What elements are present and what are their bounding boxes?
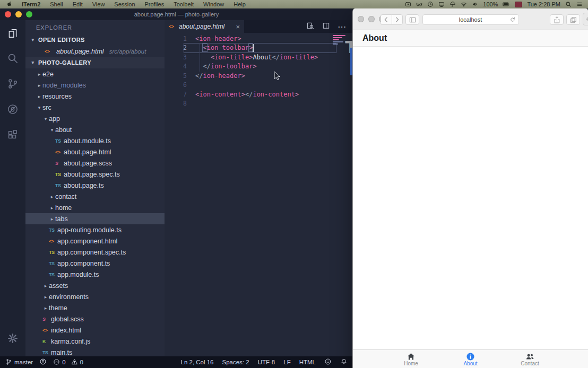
address-bar[interactable]: localhost <box>422 14 519 25</box>
forward-button[interactable] <box>392 14 403 25</box>
menu-item-edit[interactable]: Edit <box>68 1 88 7</box>
volume-icon[interactable] <box>472 1 478 7</box>
battery-icon[interactable] <box>503 1 510 8</box>
tree-item-app-module-ts[interactable]: TSapp.module.ts <box>25 269 165 280</box>
problems-indicator[interactable]: 0 0 <box>53 358 83 366</box>
code-line-5[interactable]: 5 </ion-header> <box>165 71 353 81</box>
umbrella-icon[interactable] <box>449 1 456 7</box>
screen-record-icon[interactable] <box>405 1 411 7</box>
feedback-smiley-icon[interactable] <box>324 358 332 366</box>
activity-explorer-icon[interactable] <box>0 20 25 46</box>
ionic-tab-home[interactable]: Home <box>396 350 426 368</box>
sync-button[interactable] <box>39 358 47 366</box>
tree-item-environments[interactable]: ▸environments <box>25 291 165 302</box>
menu-clock[interactable]: Tue 2:28 PM <box>527 1 560 7</box>
activity-search-icon[interactable] <box>0 46 25 71</box>
share-button[interactable] <box>550 14 564 25</box>
tab-about-page-html[interactable]: <> about.page.html × <box>165 20 244 33</box>
tree-item-app-routing-module-ts[interactable]: TSapp-routing.module.ts <box>25 224 165 235</box>
activity-debug-icon[interactable] <box>0 97 25 122</box>
more-actions-icon[interactable]: ··· <box>338 23 347 31</box>
git-branch-indicator[interactable]: master <box>5 358 33 366</box>
wifi-icon[interactable] <box>461 1 467 7</box>
close-tab-icon[interactable]: × <box>236 23 240 31</box>
tree-item-tabs[interactable]: ▸tabs <box>25 213 165 224</box>
tree-item-theme[interactable]: ▸theme <box>25 302 165 313</box>
indentation-setting[interactable]: Spaces: 2 <box>222 359 249 365</box>
minimize-button[interactable] <box>15 11 22 17</box>
cursor-position[interactable]: Ln 2, Col 16 <box>181 359 214 365</box>
tree-item-about-module-ts[interactable]: TSabout.module.ts <box>25 135 165 146</box>
notification-center-icon[interactable] <box>576 1 583 7</box>
glasses-icon[interactable] <box>416 1 422 7</box>
code-line-2[interactable]: 2 <ion-toolbar> <box>165 43 353 53</box>
tree-item-global-scss[interactable]: Sglobal.scss <box>25 313 165 325</box>
apple-icon[interactable] <box>3 1 17 7</box>
close-button[interactable] <box>5 11 11 17</box>
menu-item-window[interactable]: Window <box>198 1 229 7</box>
tree-item-about-page-spec-ts[interactable]: TSabout.page.spec.ts <box>25 169 165 180</box>
tree-item-karma-conf-js[interactable]: Kkarma.conf.js <box>25 336 165 347</box>
code-line-4[interactable]: 4 </ion-toolbar> <box>165 62 353 72</box>
code-line-3[interactable]: 3 <ion-title>About</ion-title> <box>165 52 353 62</box>
tree-item-contact[interactable]: ▸contact <box>25 191 165 202</box>
tree-item-src[interactable]: ▾src <box>25 102 165 113</box>
encoding-setting[interactable]: UTF-8 <box>258 359 275 365</box>
tree-item-about-page-scss[interactable]: Sabout.page.scss <box>25 157 165 169</box>
clock-icon[interactable] <box>427 1 434 7</box>
tree-item-app[interactable]: ▾app <box>25 113 165 124</box>
tree-item-about[interactable]: ▾about <box>25 124 165 135</box>
activity-extensions-icon[interactable] <box>0 122 25 147</box>
tree-item-about-page-ts[interactable]: TSabout.page.ts <box>25 180 165 191</box>
split-editor-icon[interactable] <box>322 22 330 32</box>
tree-item-app-component-html[interactable]: <>app.component.html <box>25 235 165 247</box>
zoom-button[interactable] <box>26 11 32 17</box>
vscode-titlebar[interactable]: about.page.html — photo-gallery <box>0 8 353 20</box>
tree-item-assets[interactable]: ▸assets <box>25 280 165 291</box>
tree-item-home[interactable]: ▸home <box>25 202 165 213</box>
minimize-button[interactable] <box>368 16 375 22</box>
open-editor-about-page-html[interactable]: <> about.page.htmlsrc/app/about <box>25 46 165 57</box>
reload-icon[interactable] <box>509 16 516 23</box>
close-button[interactable] <box>358 16 364 22</box>
tab-label: Contact <box>521 361 539 366</box>
eol-setting[interactable]: LF <box>283 359 290 365</box>
notifications-bell-icon[interactable] <box>340 358 348 366</box>
menu-item-help[interactable]: Help <box>229 1 250 7</box>
code-line-1[interactable]: 1 <ion-header> <box>165 34 353 43</box>
code-line-6[interactable]: 6 <box>165 81 353 90</box>
menu-item-profiles[interactable]: Profiles <box>140 1 169 7</box>
tree-item-resources[interactable]: ▸resources <box>25 91 165 102</box>
language-mode[interactable]: HTML <box>299 359 316 365</box>
menu-item-iterm2[interactable]: iTerm2 <box>17 1 45 7</box>
spotlight-search-icon[interactable] <box>565 1 572 7</box>
menu-item-session[interactable]: Session <box>109 1 140 7</box>
tree-item-app-component-ts[interactable]: TSapp.component.ts <box>25 258 165 269</box>
tree-item-e2e[interactable]: ▸e2e <box>25 68 165 80</box>
tree-item-main-ts[interactable]: TSmain.ts <box>25 347 165 356</box>
new-tab-button[interactable] <box>583 13 588 25</box>
project-section-header[interactable]: ▾ PHOTO-GALLERY <box>25 57 165 68</box>
sync-icon <box>39 358 47 366</box>
menu-item-toolbelt[interactable]: Toolbelt <box>169 1 198 7</box>
sidebar-toggle-button[interactable] <box>405 14 419 25</box>
code-editor[interactable]: 1 <ion-header> 2 <ion-toolbar> 3 <ion-ti… <box>165 33 353 356</box>
ionic-tab-about[interactable]: About <box>456 350 486 368</box>
menu-item-shell[interactable]: Shell <box>45 1 67 7</box>
activity-settings-icon[interactable] <box>0 326 25 351</box>
code-line-7[interactable]: 7 <ion-content></ion-content> <box>165 90 353 99</box>
tree-item-node-modules[interactable]: ▸node_modules <box>25 80 165 91</box>
back-button[interactable] <box>381 14 392 25</box>
ionic-tab-contact[interactable]: Contact <box>515 350 545 368</box>
tab-overview-button[interactable] <box>566 14 580 25</box>
tree-item-app-component-spec-ts[interactable]: TSapp.component.spec.ts <box>25 247 165 258</box>
display-mirroring-icon[interactable] <box>438 1 445 7</box>
menu-item-view[interactable]: View <box>88 1 110 7</box>
open-editors-header[interactable]: ▾ OPEN EDITORS <box>25 34 165 46</box>
tree-item-about-page-html[interactable]: <>about.page.html <box>25 146 165 157</box>
open-preview-icon[interactable] <box>306 22 314 32</box>
input-source-flag-icon[interactable] <box>515 2 522 7</box>
tree-item-index-html[interactable]: <>index.html <box>25 325 165 336</box>
activity-source-control-icon[interactable] <box>0 71 25 97</box>
code-line-8[interactable]: 8 <box>165 99 353 109</box>
